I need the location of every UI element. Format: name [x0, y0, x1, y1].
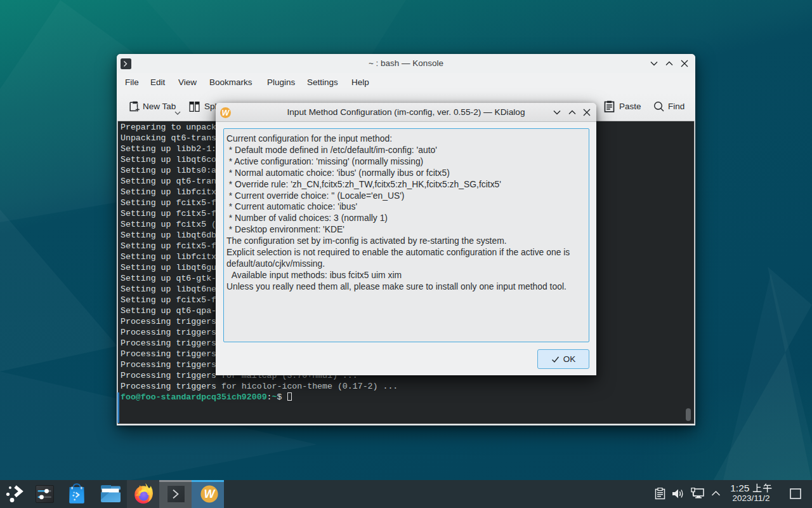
svg-text:W: W	[204, 488, 216, 500]
